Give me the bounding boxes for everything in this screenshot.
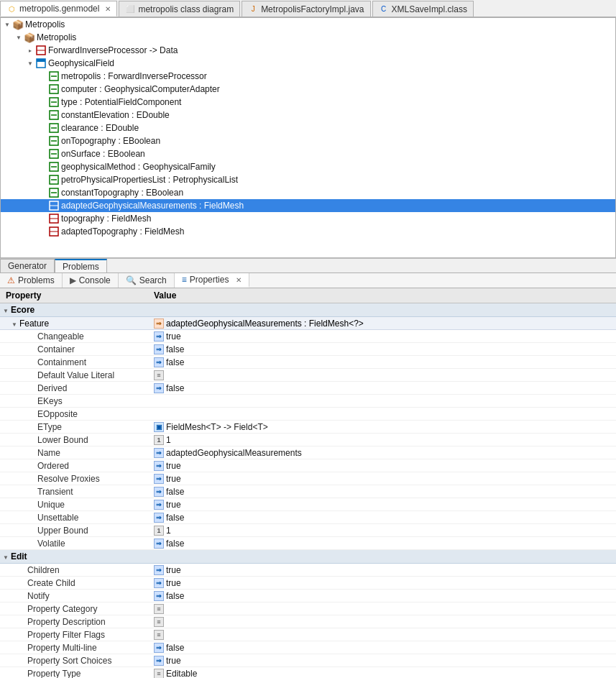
prop-upperbound[interactable]: Upper Bound 1 1 [0,524,616,537]
attr-metropolis-icon [48,70,60,82]
prop-resolveproxies[interactable]: Resolve Proxies ⇒ true [0,472,616,485]
tab-generator[interactable]: Generator [0,259,55,272]
tree-metropolis-toggle[interactable] [14,32,24,42]
tree-attr-constantelevation[interactable]: constantElevation : EDouble [1,109,615,122]
tree-geophysicalfield-toggle[interactable] [25,58,35,68]
resolveproxies-icon: ⇒ [154,474,164,484]
ref-topography-icon [48,213,60,224]
tab-factoryimpl-label: MetropolisFactoryImpl.java [261,4,364,14]
prop-transient[interactable]: Transient ⇒ false [0,485,616,498]
classdiagram-icon: ⬜ [125,4,135,14]
prop-propertyfilterflags-key: Property Filter Flags [0,629,151,641]
createchild-text: true [166,578,181,588]
tree-ref-adaptedtopography[interactable]: adaptedTopography : FieldMesh [1,225,615,238]
prop-name[interactable]: Name ⇒ adaptedGeophysicalMeasurements [0,446,616,459]
prop-children[interactable]: Children ⇒ true [0,564,616,577]
prop-ekeys[interactable]: EKeys [0,395,616,408]
prop-volatile[interactable]: Volatile ⇒ false [0,537,616,550]
prop-children-val: ⇒ true [151,564,616,576]
prop-defaultvalueliteral[interactable]: Default Value Literal ≡ [0,369,616,382]
section-edit[interactable]: Edit [0,550,616,564]
tree-attr-constantelevation-label: constantElevation : EDouble [61,110,170,120]
prop-unsettable[interactable]: Unsettable ⇒ false [0,511,616,524]
tree-forwardinverse[interactable]: ForwardInverseProcessor -> Data [1,44,615,57]
prop-container[interactable]: Container ⇒ false [0,343,616,356]
prop-header: Property Value [0,288,616,303]
tree-ref-adaptedgeophysical[interactable]: adaptedGeophysicalMeasurements : FieldMe… [1,199,615,212]
tree-attr-onsurface[interactable]: onSurface : EBoolean [1,147,615,160]
prop-propertytype[interactable]: Property Type ≡ Editable [0,667,616,678]
tab-genmodel-close[interactable]: ✕ [105,5,111,13]
empty-toggle-11 [38,201,48,211]
tree-attr-constanttopography[interactable]: constantTopography : EBoolean [1,186,615,199]
prop-unique[interactable]: Unique ⇒ true [0,498,616,511]
subsection-feature-chevron [12,319,17,329]
prop-propertycategory-val: ≡ [151,603,616,615]
prop-lowerbound[interactable]: Lower Bound 1 1 [0,434,616,446]
prop-notify[interactable]: Notify ⇒ false [0,590,616,603]
feature-value-icon: ⇒ [154,319,164,329]
tab-console[interactable]: ▶ Console [63,273,119,288]
prop-unsettable-key: Unsettable [0,512,151,523]
tree-attr-petroPhysical[interactable]: petroPhysicalPropertiesList : Petrophysi… [1,173,615,186]
section-ecore[interactable]: Ecore [0,303,616,317]
prop-ekeys-key: EKeys [0,395,151,407]
tab-classdiagram[interactable]: ⬜ metropolis class diagram [119,1,240,17]
tab-genmodel[interactable]: ⬡ metropolis.genmodel ✕ [0,1,117,17]
propertydescription-icon: ≡ [154,617,164,627]
forwardinverse-icon [35,45,47,56]
prop-propertydescription[interactable]: Property Description ≡ [0,615,616,628]
tab-xmlsaveimpl[interactable]: C XMLSaveImpl.class [372,1,474,17]
attr-ontopography-icon [48,135,60,147]
prop-propertycategory[interactable]: Property Category ≡ [0,603,616,615]
attr-geophysicalmethod-icon [48,161,60,173]
tab-problems[interactable]: Problems [55,259,107,272]
subsection-feature[interactable]: Feature ⇒ adaptedGeophysicalMeasurements… [0,317,616,330]
tree-attr-clearance[interactable]: clearance : EDouble [1,122,615,134]
tree-root-toggle[interactable] [2,19,12,29]
tab-properties-close[interactable]: ✕ [236,276,242,284]
search-icon: 🔍 [126,275,137,285]
prop-resolveproxies-key: Resolve Proxies [0,473,151,485]
prop-createchild-val: ⇒ true [151,577,616,589]
tree-attr-ontopography[interactable]: onTopography : EBoolean [1,134,615,147]
ordered-text: true [166,461,181,471]
tree-attr-metropolis[interactable]: metropolis : ForwardInverseProcessor [1,70,615,83]
propertytype-text: Editable [166,669,197,679]
tree-attr-geophysicalmethod[interactable]: geophysicalMethod : GeophysicalFamily [1,160,615,173]
tree-ref-topography[interactable]: topography : FieldMesh [1,212,615,225]
prop-eopposite[interactable]: EOpposite [0,408,616,421]
tree-attr-computer[interactable]: computer : GeophysicalComputerAdapter [1,83,615,96]
prop-propertyfilterflags[interactable]: Property Filter Flags ≡ [0,628,616,641]
prop-changeable[interactable]: Changeable ⇒ true [0,330,616,343]
prop-propertysortchoices[interactable]: Property Sort Choices ⇒ true [0,654,616,667]
tree-attr-type[interactable]: type : PotentialFieldComponent [1,96,615,109]
prop-derived[interactable]: Derived ⇒ false [0,382,616,395]
transient-icon: ⇒ [154,487,164,497]
tree-attr-geophysicalmethod-label: geophysicalMethod : GeophysicalFamily [61,162,216,172]
unique-text: true [166,500,181,510]
prop-etype[interactable]: EType ▣ FieldMesh<T> -> Field<T> [0,421,616,434]
prop-name-key: Name [0,447,151,459]
prop-ordered[interactable]: Ordered ⇒ true [0,459,616,472]
tree-root[interactable]: 📦 Metropolis [1,18,615,31]
tree-geophysicalfield[interactable]: GeophysicalField [1,57,615,70]
prop-containment[interactable]: Containment ⇒ false [0,356,616,369]
tree-forwardinverse-toggle[interactable] [25,45,35,55]
prop-resolveproxies-val: ⇒ true [151,473,616,485]
prop-propertymultiline[interactable]: Property Multi-line ⇒ false [0,641,616,654]
ordered-icon: ⇒ [154,461,164,471]
empty-toggle-8 [38,162,48,172]
prop-createchild[interactable]: Create Child ⇒ true [0,577,616,590]
prop-changeable-val: ⇒ true [151,331,616,342]
empty-toggle-4 [38,110,48,120]
prop-upperbound-key: Upper Bound [0,525,151,536]
attr-constantelevation-icon [48,109,60,121]
tab-properties[interactable]: ≡ Properties ✕ [175,273,250,288]
tree-metropolis[interactable]: 📦 Metropolis [1,31,615,44]
prop-unsettable-val: ⇒ false [151,512,616,523]
propertymultiline-icon: ⇒ [154,643,164,653]
tab-problems-bottom[interactable]: ⚠ Problems [0,273,63,288]
tab-factoryimpl[interactable]: J MetropolisFactoryImpl.java [242,1,370,17]
tab-search[interactable]: 🔍 Search [119,273,175,288]
